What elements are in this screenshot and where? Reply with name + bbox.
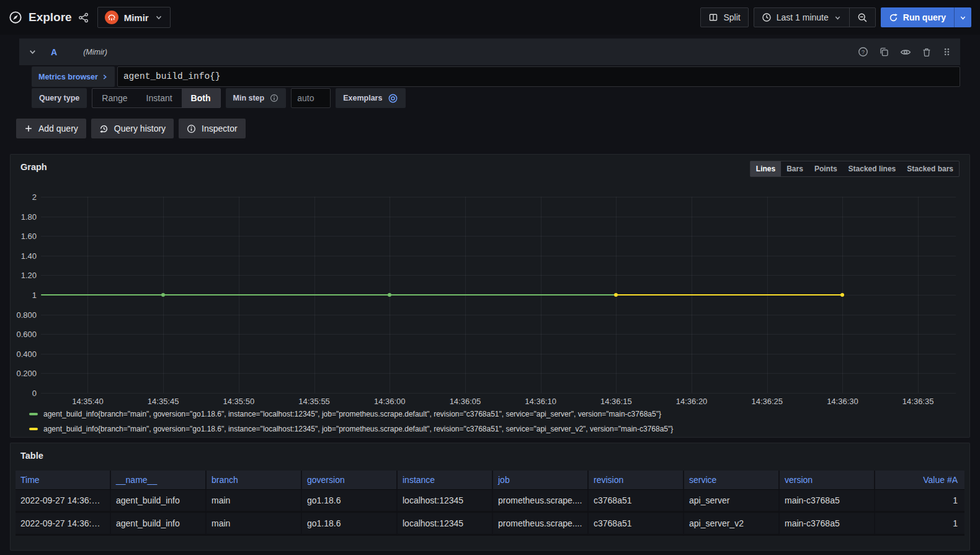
inspector-button[interactable]: Inspector: [179, 119, 246, 138]
table-cell: agent_build_info: [111, 513, 207, 536]
page-title: Explore: [29, 11, 72, 24]
graph-style-option-stacked-bars[interactable]: Stacked bars: [901, 161, 959, 176]
column-header-value-a[interactable]: Value #A: [875, 471, 964, 490]
query-type-option-range[interactable]: Range: [92, 89, 136, 107]
sync-icon: [889, 13, 898, 22]
history-icon: [99, 124, 109, 133]
table-cell: prometheus.scrape....: [493, 513, 589, 536]
x-axis-tick-label: 14:35:50: [223, 397, 255, 406]
run-query-label: Run query: [903, 12, 946, 22]
column-header-goversion[interactable]: goversion: [302, 471, 398, 490]
table-cell: go1.18.6: [302, 513, 398, 536]
query-row-header: A (Mimir) ?: [19, 38, 960, 65]
column-header-revision[interactable]: revision: [589, 471, 684, 490]
share-icon[interactable]: [78, 12, 89, 23]
x-axis-tick-label: 14:36:25: [751, 397, 783, 406]
add-query-button[interactable]: Add query: [16, 119, 86, 138]
y-axis-tick-label: 0.200: [11, 369, 37, 378]
y-axis-tick-label: 1.80: [11, 212, 37, 222]
query-history-button[interactable]: Query history: [91, 119, 174, 138]
x-axis: 14:35:4014:35:4514:35:5014:35:5514:36:00…: [41, 397, 956, 407]
datasource-picker[interactable]: Mimir: [97, 7, 171, 28]
column-header-instance[interactable]: instance: [398, 471, 493, 490]
y-axis-tick-label: 0.600: [11, 330, 37, 339]
results-table-wrapper: Time__name__branchgoversioninstancejobre…: [16, 471, 964, 536]
help-icon[interactable]: ?: [858, 47, 868, 57]
legend-series-label: agent_build_info{branch="main", goversio…: [43, 410, 661, 418]
column-header-branch[interactable]: branch: [207, 471, 302, 490]
query-type-option-instant[interactable]: Instant: [137, 89, 182, 107]
table-cell: go1.18.6: [302, 490, 398, 513]
x-axis-tick-label: 14:36:20: [676, 397, 708, 406]
duplicate-query-icon[interactable]: [879, 47, 889, 57]
legend-item[interactable]: agent_build_info{branch="main", goversio…: [29, 407, 673, 422]
exemplars-toggle-icon[interactable]: [388, 93, 398, 104]
chevron-down-icon: [834, 14, 842, 22]
min-step-chip: Min step: [226, 88, 287, 108]
query-options-row: Query type RangeInstantBoth Min step Exe…: [32, 88, 406, 108]
column-header-job[interactable]: job: [493, 471, 589, 490]
graph-style-option-points[interactable]: Points: [809, 161, 843, 176]
query-type-segmented-control: RangeInstantBoth: [92, 88, 220, 108]
data-point: [161, 293, 165, 297]
x-axis-tick-label: 14:36:00: [374, 397, 406, 406]
time-range-button[interactable]: Last 1 minute: [754, 8, 849, 27]
data-point: [614, 293, 618, 297]
table-cell: main: [207, 513, 302, 536]
plus-icon: [24, 124, 33, 133]
x-axis-tick-label: 14:35:45: [148, 397, 179, 406]
gridline-horizontal: [41, 236, 956, 237]
split-label: Split: [723, 12, 740, 22]
collapse-query-icon[interactable]: [28, 47, 37, 56]
gridline-horizontal: [41, 393, 956, 394]
table-cell: main-c3768a5: [780, 513, 875, 536]
clock-icon: [762, 12, 772, 22]
column-header-service[interactable]: service: [684, 471, 780, 490]
query-ref-id[interactable]: A: [51, 47, 57, 57]
graph-legend: agent_build_info{branch="main", goversio…: [29, 407, 673, 436]
zoom-out-icon: [857, 12, 868, 23]
legend-series-color: [29, 428, 38, 430]
query-editor-row: Metrics browser agent_build_info{}: [32, 66, 960, 87]
run-query-dropdown-button[interactable]: [954, 7, 971, 27]
table-cell: 2022-09-27 14:36:37...: [16, 513, 111, 536]
x-axis-tick-label: 14:36:15: [600, 397, 632, 406]
zoom-out-button[interactable]: [849, 8, 875, 27]
drag-handle-icon[interactable]: [942, 47, 951, 56]
gridline-horizontal: [41, 197, 956, 197]
table-cell: 2022-09-27 14:36:37...: [16, 490, 111, 513]
min-step-input[interactable]: [291, 88, 331, 108]
query-expression-input[interactable]: agent_build_info{}: [117, 66, 960, 87]
table-cell: localhost:12345: [398, 513, 493, 536]
results-table: Time__name__branchgoversioninstancejobre…: [16, 471, 964, 536]
query-history-label: Query history: [114, 124, 166, 133]
table-cell: c3768a51: [589, 513, 684, 536]
gridline-horizontal: [41, 373, 956, 374]
graph-style-option-lines[interactable]: Lines: [751, 161, 781, 176]
x-axis-tick-label: 14:36:35: [902, 397, 934, 406]
y-axis-tick-label: 1: [11, 291, 37, 300]
series-line: [616, 294, 842, 296]
column-header-time[interactable]: Time: [16, 471, 111, 490]
info-circle-icon[interactable]: [270, 94, 278, 102]
gridline-horizontal: [41, 354, 956, 354]
y-axis-tick-label: 1.60: [11, 232, 37, 241]
column-header-version[interactable]: version: [780, 471, 875, 490]
x-axis-tick-label: 14:35:40: [72, 397, 104, 406]
metrics-browser-button[interactable]: Metrics browser: [32, 66, 115, 87]
time-range-label: Last 1 minute: [777, 12, 829, 22]
data-point: [388, 293, 391, 297]
run-query-button[interactable]: Run query: [881, 7, 954, 27]
remove-query-trash-icon[interactable]: [922, 47, 932, 57]
gridline-vertical: [918, 197, 919, 393]
graph-canvas[interactable]: [41, 197, 956, 393]
column-header--name-[interactable]: __name__: [111, 471, 207, 490]
graph-style-option-bars[interactable]: Bars: [781, 161, 809, 176]
split-button[interactable]: Split: [700, 7, 748, 27]
query-type-option-both[interactable]: Both: [182, 89, 220, 107]
legend-item[interactable]: agent_build_info{branch="main", goversio…: [29, 422, 673, 436]
series-line: [41, 294, 616, 296]
hide-response-eye-icon[interactable]: [900, 47, 911, 58]
table-cell: 1: [875, 513, 964, 536]
graph-style-option-stacked-lines[interactable]: Stacked lines: [843, 161, 902, 176]
